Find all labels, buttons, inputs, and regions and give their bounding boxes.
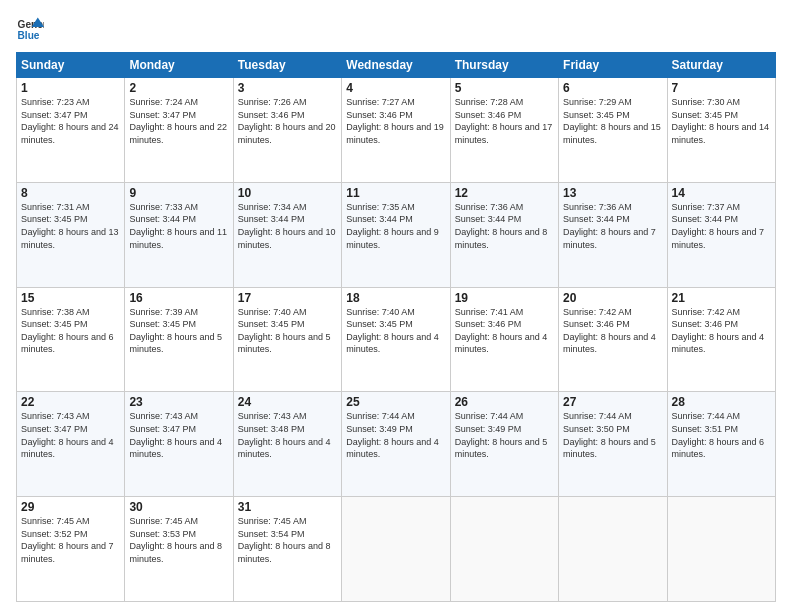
- calendar-cell: 14Sunrise: 7:37 AMSunset: 3:44 PMDayligh…: [667, 182, 775, 287]
- col-header-tuesday: Tuesday: [233, 53, 341, 78]
- calendar-week-5: 29Sunrise: 7:45 AMSunset: 3:52 PMDayligh…: [17, 497, 776, 602]
- calendar-cell: 25Sunrise: 7:44 AMSunset: 3:49 PMDayligh…: [342, 392, 450, 497]
- day-info: Sunrise: 7:26 AMSunset: 3:46 PMDaylight:…: [238, 96, 337, 146]
- day-info: Sunrise: 7:34 AMSunset: 3:44 PMDaylight:…: [238, 201, 337, 251]
- calendar-cell: 11Sunrise: 7:35 AMSunset: 3:44 PMDayligh…: [342, 182, 450, 287]
- day-info: Sunrise: 7:44 AMSunset: 3:49 PMDaylight:…: [346, 410, 445, 460]
- calendar-cell: 24Sunrise: 7:43 AMSunset: 3:48 PMDayligh…: [233, 392, 341, 497]
- calendar-cell: 9Sunrise: 7:33 AMSunset: 3:44 PMDaylight…: [125, 182, 233, 287]
- calendar-cell: 4Sunrise: 7:27 AMSunset: 3:46 PMDaylight…: [342, 78, 450, 183]
- day-number: 12: [455, 186, 554, 200]
- logo: General Blue: [16, 16, 44, 44]
- day-info: Sunrise: 7:43 AMSunset: 3:48 PMDaylight:…: [238, 410, 337, 460]
- day-info: Sunrise: 7:35 AMSunset: 3:44 PMDaylight:…: [346, 201, 445, 251]
- logo-icon: General Blue: [16, 16, 44, 44]
- day-info: Sunrise: 7:45 AMSunset: 3:53 PMDaylight:…: [129, 515, 228, 565]
- day-info: Sunrise: 7:45 AMSunset: 3:52 PMDaylight:…: [21, 515, 120, 565]
- day-info: Sunrise: 7:43 AMSunset: 3:47 PMDaylight:…: [129, 410, 228, 460]
- calendar-cell: 7Sunrise: 7:30 AMSunset: 3:45 PMDaylight…: [667, 78, 775, 183]
- day-number: 9: [129, 186, 228, 200]
- day-info: Sunrise: 7:37 AMSunset: 3:44 PMDaylight:…: [672, 201, 771, 251]
- calendar-cell: 15Sunrise: 7:38 AMSunset: 3:45 PMDayligh…: [17, 287, 125, 392]
- day-info: Sunrise: 7:45 AMSunset: 3:54 PMDaylight:…: [238, 515, 337, 565]
- day-number: 20: [563, 291, 662, 305]
- day-number: 16: [129, 291, 228, 305]
- day-number: 4: [346, 81, 445, 95]
- day-info: Sunrise: 7:42 AMSunset: 3:46 PMDaylight:…: [672, 306, 771, 356]
- calendar-cell: 12Sunrise: 7:36 AMSunset: 3:44 PMDayligh…: [450, 182, 558, 287]
- day-info: Sunrise: 7:29 AMSunset: 3:45 PMDaylight:…: [563, 96, 662, 146]
- col-header-monday: Monday: [125, 53, 233, 78]
- calendar-week-3: 15Sunrise: 7:38 AMSunset: 3:45 PMDayligh…: [17, 287, 776, 392]
- calendar-cell: 16Sunrise: 7:39 AMSunset: 3:45 PMDayligh…: [125, 287, 233, 392]
- calendar-cell: 6Sunrise: 7:29 AMSunset: 3:45 PMDaylight…: [559, 78, 667, 183]
- day-number: 3: [238, 81, 337, 95]
- day-info: Sunrise: 7:40 AMSunset: 3:45 PMDaylight:…: [346, 306, 445, 356]
- calendar-cell: 20Sunrise: 7:42 AMSunset: 3:46 PMDayligh…: [559, 287, 667, 392]
- day-number: 21: [672, 291, 771, 305]
- day-info: Sunrise: 7:27 AMSunset: 3:46 PMDaylight:…: [346, 96, 445, 146]
- day-number: 14: [672, 186, 771, 200]
- calendar-cell: 19Sunrise: 7:41 AMSunset: 3:46 PMDayligh…: [450, 287, 558, 392]
- svg-text:Blue: Blue: [18, 30, 40, 41]
- calendar-cell: 22Sunrise: 7:43 AMSunset: 3:47 PMDayligh…: [17, 392, 125, 497]
- day-number: 26: [455, 395, 554, 409]
- calendar-cell: 26Sunrise: 7:44 AMSunset: 3:49 PMDayligh…: [450, 392, 558, 497]
- day-number: 27: [563, 395, 662, 409]
- calendar-cell: 13Sunrise: 7:36 AMSunset: 3:44 PMDayligh…: [559, 182, 667, 287]
- day-number: 17: [238, 291, 337, 305]
- day-info: Sunrise: 7:41 AMSunset: 3:46 PMDaylight:…: [455, 306, 554, 356]
- col-header-wednesday: Wednesday: [342, 53, 450, 78]
- day-number: 13: [563, 186, 662, 200]
- calendar-cell: [559, 497, 667, 602]
- calendar-cell: 31Sunrise: 7:45 AMSunset: 3:54 PMDayligh…: [233, 497, 341, 602]
- calendar-cell: 8Sunrise: 7:31 AMSunset: 3:45 PMDaylight…: [17, 182, 125, 287]
- day-number: 31: [238, 500, 337, 514]
- day-number: 10: [238, 186, 337, 200]
- calendar-cell: [450, 497, 558, 602]
- calendar-cell: 10Sunrise: 7:34 AMSunset: 3:44 PMDayligh…: [233, 182, 341, 287]
- day-number: 18: [346, 291, 445, 305]
- day-number: 1: [21, 81, 120, 95]
- calendar-cell: [667, 497, 775, 602]
- day-number: 23: [129, 395, 228, 409]
- col-header-thursday: Thursday: [450, 53, 558, 78]
- calendar-cell: 28Sunrise: 7:44 AMSunset: 3:51 PMDayligh…: [667, 392, 775, 497]
- header: General Blue: [16, 16, 776, 44]
- calendar-week-2: 8Sunrise: 7:31 AMSunset: 3:45 PMDaylight…: [17, 182, 776, 287]
- calendar-header-row: SundayMondayTuesdayWednesdayThursdayFrid…: [17, 53, 776, 78]
- calendar-cell: 29Sunrise: 7:45 AMSunset: 3:52 PMDayligh…: [17, 497, 125, 602]
- day-info: Sunrise: 7:28 AMSunset: 3:46 PMDaylight:…: [455, 96, 554, 146]
- day-info: Sunrise: 7:31 AMSunset: 3:45 PMDaylight:…: [21, 201, 120, 251]
- calendar-cell: 5Sunrise: 7:28 AMSunset: 3:46 PMDaylight…: [450, 78, 558, 183]
- day-number: 24: [238, 395, 337, 409]
- calendar-cell: 2Sunrise: 7:24 AMSunset: 3:47 PMDaylight…: [125, 78, 233, 183]
- calendar-week-1: 1Sunrise: 7:23 AMSunset: 3:47 PMDaylight…: [17, 78, 776, 183]
- day-info: Sunrise: 7:43 AMSunset: 3:47 PMDaylight:…: [21, 410, 120, 460]
- day-info: Sunrise: 7:23 AMSunset: 3:47 PMDaylight:…: [21, 96, 120, 146]
- day-info: Sunrise: 7:30 AMSunset: 3:45 PMDaylight:…: [672, 96, 771, 146]
- page: General Blue SundayMondayTuesdayWednesda…: [0, 0, 792, 612]
- day-info: Sunrise: 7:24 AMSunset: 3:47 PMDaylight:…: [129, 96, 228, 146]
- calendar-cell: 1Sunrise: 7:23 AMSunset: 3:47 PMDaylight…: [17, 78, 125, 183]
- day-info: Sunrise: 7:33 AMSunset: 3:44 PMDaylight:…: [129, 201, 228, 251]
- day-number: 5: [455, 81, 554, 95]
- calendar-week-4: 22Sunrise: 7:43 AMSunset: 3:47 PMDayligh…: [17, 392, 776, 497]
- calendar-cell: [342, 497, 450, 602]
- day-info: Sunrise: 7:44 AMSunset: 3:50 PMDaylight:…: [563, 410, 662, 460]
- day-number: 28: [672, 395, 771, 409]
- day-number: 22: [21, 395, 120, 409]
- calendar-cell: 18Sunrise: 7:40 AMSunset: 3:45 PMDayligh…: [342, 287, 450, 392]
- calendar-cell: 17Sunrise: 7:40 AMSunset: 3:45 PMDayligh…: [233, 287, 341, 392]
- day-number: 25: [346, 395, 445, 409]
- calendar-cell: 3Sunrise: 7:26 AMSunset: 3:46 PMDaylight…: [233, 78, 341, 183]
- calendar-cell: 21Sunrise: 7:42 AMSunset: 3:46 PMDayligh…: [667, 287, 775, 392]
- day-info: Sunrise: 7:36 AMSunset: 3:44 PMDaylight:…: [563, 201, 662, 251]
- day-number: 2: [129, 81, 228, 95]
- day-number: 7: [672, 81, 771, 95]
- day-number: 30: [129, 500, 228, 514]
- col-header-saturday: Saturday: [667, 53, 775, 78]
- calendar-body: 1Sunrise: 7:23 AMSunset: 3:47 PMDaylight…: [17, 78, 776, 602]
- day-number: 29: [21, 500, 120, 514]
- calendar-table: SundayMondayTuesdayWednesdayThursdayFrid…: [16, 52, 776, 602]
